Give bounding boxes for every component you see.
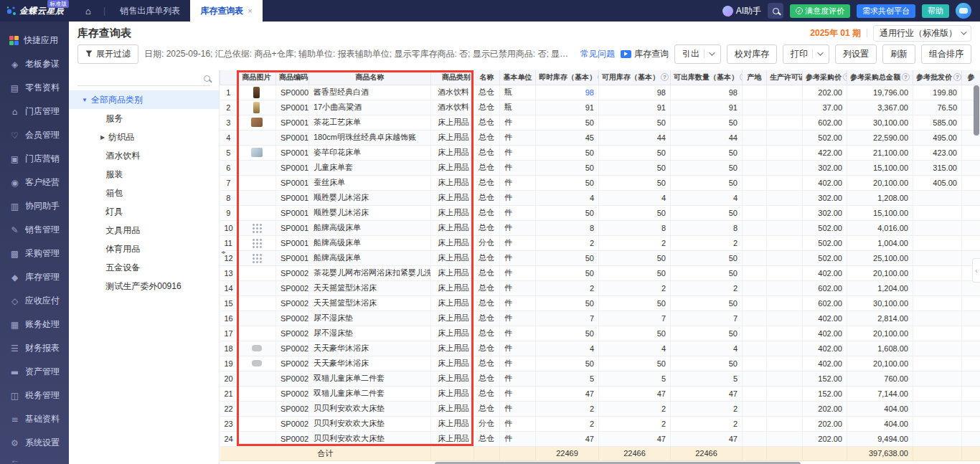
table-row[interactable]: 11SP00019船牌高级床单床上用品分仓件222502.001,004.00 <box>220 235 980 250</box>
sidebar-item-基础资料[interactable]: ≡基础资料 <box>0 407 69 431</box>
table-row[interactable]: 3SP00013茶花工艺床单床上用品总仓件505050602.0030,100.… <box>220 115 980 130</box>
table-row[interactable]: 16SP00022尿不湿床垫床上用品总仓件777402.002,814.00 <box>220 311 980 326</box>
sidebar-item-门店营销[interactable]: ▣门店营销 <box>0 147 69 171</box>
sidebar-item-快捷应用[interactable]: 快捷应用 <box>0 29 69 52</box>
tab-inventory-query[interactable]: 库存查询表 × <box>190 0 262 22</box>
table-row[interactable]: 8SP00018顺胜婴儿沐浴床床上用品总仓件444302.001,208.00 <box>220 190 980 205</box>
cell-origin <box>743 190 767 205</box>
satisfaction-survey-button[interactable]: ✓ 满意度评价 <box>790 4 850 18</box>
tab-divider: | <box>103 6 105 16</box>
column-header-名称: 名称 <box>474 70 500 85</box>
tree-item-文具用品[interactable]: 文具用品 <box>69 221 219 240</box>
tree-item-纺织品[interactable]: ▶纺织品 <box>69 128 219 146</box>
table-row[interactable]: 18SP00023天天豪华沐浴床床上用品总仓件444402.001,608.00 <box>220 341 980 356</box>
sidebar-item-系统设置[interactable]: ⚙系统设置 <box>0 431 69 455</box>
cell-origin <box>743 311 767 326</box>
vertical-scrollbar-thumb[interactable] <box>974 85 979 136</box>
sidebar-collapse-arrow[interactable]: ← <box>0 455 69 464</box>
table-row[interactable]: 19SP00023天天豪华沐浴床床上用品总仓件505050402.0020,10… <box>220 356 980 371</box>
table-row[interactable]: 7SP00017蚕丝床单床上用品总仓件505050402.0020,100.00… <box>220 175 980 190</box>
search-icon[interactable] <box>204 75 210 82</box>
table-row[interactable]: 14SP00021天天摇篮型沐浴床床上用品总仓件222602.001,204.0… <box>220 280 980 295</box>
export-button[interactable]: 引出 <box>674 44 721 64</box>
tree-item-灯具[interactable]: 灯具 <box>69 202 219 221</box>
sidebar-item-零售资料[interactable]: ▤零售资料 <box>0 76 69 100</box>
table-row[interactable]: 24SP00025贝贝利安欢欢大床垫床上用品总仓件474747202.009,4… <box>220 431 980 446</box>
split-resize-handle[interactable]: ◂▸ <box>221 248 225 256</box>
table-row[interactable]: 2SP0001217小曲高粱酒酒水饮料总仓瓶91919137.003,367.0… <box>220 100 980 115</box>
help-icon[interactable]: ? <box>661 73 669 81</box>
help-icon[interactable]: ? <box>953 73 961 81</box>
table-row[interactable]: 17SP00022尿不湿床垫床上用品总仓件505050402.0020,100.… <box>220 326 980 341</box>
faq-link[interactable]: 常见问题 <box>580 48 615 60</box>
sidebar-item-门店管理[interactable]: ⌂门店管理 <box>0 100 69 123</box>
table-row[interactable]: 10SP00019船牌高级床单床上用品总仓件888502.004,016.00 <box>220 220 980 235</box>
table-row[interactable]: 6SP00016儿童床单套床上用品总仓件505050302.0015,100.0… <box>220 160 980 175</box>
caret-right-icon[interactable]: ▶ <box>100 134 105 141</box>
sidebar-item-税务管理[interactable]: ◫税务管理 <box>0 384 69 407</box>
video-tutorial-link[interactable]: 库存查询 <box>621 48 669 60</box>
combined-sort-button[interactable]: 组合排序 <box>921 44 971 64</box>
help-icon[interactable]: ? <box>902 73 910 81</box>
sidebar-item-label: 应收应付 <box>25 295 60 307</box>
home-button[interactable]: ⌂ <box>77 3 99 19</box>
collapse-right-panel-chevron[interactable]: ‹ <box>972 258 980 283</box>
tree-item-五金设备[interactable]: 五金设备 <box>69 258 219 277</box>
sidebar-item-会员管理[interactable]: ♡会员管理 <box>0 123 69 147</box>
refresh-button[interactable]: 刷新 <box>882 44 915 64</box>
expand-filter-button[interactable]: 展开过滤 <box>77 44 138 64</box>
tab-sales-outbound-list[interactable]: 销售出库单列表 <box>110 0 190 22</box>
table-row[interactable]: 5SP00015姿芊印花床单床上用品总仓件505050422.0021,100.… <box>220 145 980 160</box>
column-header-label: 商品类别 <box>442 73 471 81</box>
cell-code: SP00013 <box>276 115 309 130</box>
help-button[interactable]: 帮助 <box>922 4 949 18</box>
table-row[interactable]: 22SP00025贝贝利安欢欢大床垫床上用品总仓件222202.00404.00 <box>220 401 980 416</box>
sidebar-item-销售管理[interactable]: ✎销售管理 <box>0 218 69 242</box>
column-settings-button[interactable]: 列设置 <box>835 44 877 64</box>
table-row[interactable]: 9SP00018顺胜婴儿沐浴床床上用品总仓件505050302.0015,100… <box>220 205 980 220</box>
tree-item-服务[interactable]: 服务 <box>69 109 219 128</box>
table-row[interactable]: 20SP00024双猫儿童床单二件套床上用品总仓件555152.00760.00 <box>220 371 980 386</box>
sidebar-item-应收应付[interactable]: ◇应收应付 <box>0 289 69 313</box>
help-icon[interactable]: ? <box>740 73 743 81</box>
cell-unit: 件 <box>500 265 536 280</box>
help-icon[interactable]: ? <box>843 73 847 81</box>
global-search-button[interactable] <box>768 3 783 19</box>
close-tab-icon[interactable]: × <box>248 6 252 15</box>
tree-item-体育用品[interactable]: 体育用品 <box>69 240 219 258</box>
sidebar-item-资产管理[interactable]: ▬资产管理 <box>0 360 69 384</box>
cell-wh: 总仓 <box>474 386 500 401</box>
sidebar-item-账务处理[interactable]: ▦账务处理 <box>0 313 69 336</box>
table-row[interactable]: 12SP00019船牌高级床单床上用品总仓件505050502.0025,100… <box>220 250 980 265</box>
sidebar-item-采购管理[interactable]: ▩采购管理 <box>0 242 69 265</box>
tree-item-酒水饮料[interactable]: 酒水饮料 <box>69 146 219 165</box>
sidebar-item-老板参谋[interactable]: ◈老板参谋 <box>0 52 69 76</box>
app-logo[interactable]: 金蝶云星辰 标准版 <box>0 0 69 22</box>
table-row[interactable]: 4SP00014180cm明珠丝经典卓床越饰账床上用品总仓件454444502.… <box>220 130 980 145</box>
tree-item-服装[interactable]: 服装 <box>69 165 219 184</box>
table-row[interactable]: 13SP00020茶花婴儿网布浴网浴床扣紧婴儿洗浴用品床上用品总仓件505050… <box>220 265 980 280</box>
table-row[interactable]: 1SP00008酱香型经典白酒酒水饮料总仓瓶989898202.0019,796… <box>220 85 980 100</box>
table-row[interactable]: 23SP00025贝贝利安欢欢大床垫床上用品分仓件222202.00404.00 <box>220 416 980 431</box>
category-search-input[interactable] <box>77 73 204 83</box>
sidebar-item-客户经营[interactable]: ◉客户经营 <box>0 171 69 194</box>
caret-down-icon[interactable]: ▼ <box>82 97 88 103</box>
sidebar-item-协同助手[interactable]: ▥协同助手 <box>0 194 69 218</box>
ai-assistant-button[interactable]: AI助手 <box>722 5 761 17</box>
cell-qty[interactable]: 98 <box>536 85 599 100</box>
tree-item-全部商品类别[interactable]: ▼全部商品类别 <box>69 90 219 109</box>
verify-inventory-button[interactable]: 校对库存 <box>727 44 777 64</box>
cell-wh: 总仓 <box>474 130 500 145</box>
accounting-period-label[interactable]: 2025年 01 期 <box>810 27 861 39</box>
co-creation-platform-button[interactable]: 需求共创平台 <box>857 4 915 18</box>
sidebar-item-财务报表[interactable]: ☰财务报表 <box>0 336 69 360</box>
tree-item-测试生产委外00916[interactable]: 测试生产委外00916 <box>69 277 219 295</box>
cell-origin <box>743 175 767 190</box>
table-row[interactable]: 15SP00021天天摇篮型沐浴床床上用品总仓件505050602.0030,1… <box>220 295 980 311</box>
print-button[interactable]: 打印 <box>783 44 829 64</box>
user-avatar[interactable] <box>956 3 971 19</box>
table-row[interactable]: 21SP00024双猫儿童床单二件套床上用品总仓件474747152.007,1… <box>220 386 980 401</box>
industry-selector[interactable]: 通用行业（标准版） <box>873 25 971 42</box>
tree-item-箱包[interactable]: 箱包 <box>69 184 219 202</box>
sidebar-item-库存管理[interactable]: ◆库存管理 <box>0 265 69 289</box>
